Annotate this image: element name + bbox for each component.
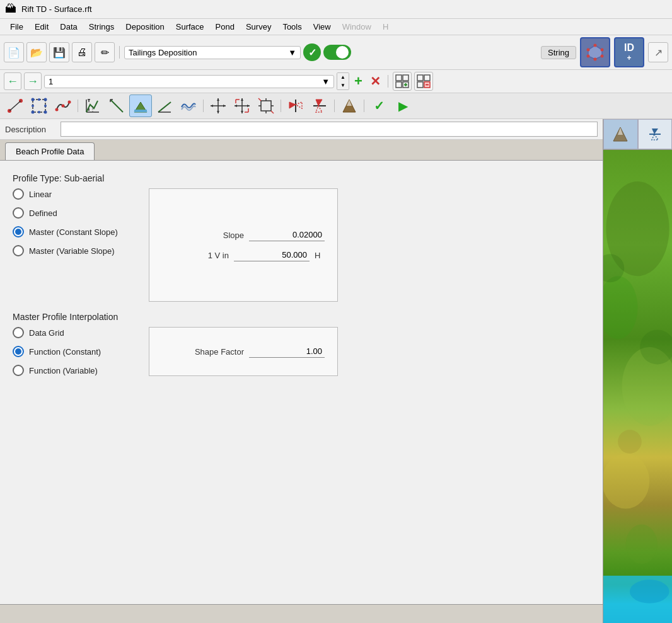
zoom-extent-button[interactable]: [231, 94, 253, 117]
svg-point-26: [38, 98, 40, 101]
svg-point-88: [630, 580, 669, 603]
radio-circle-master-variable: [13, 245, 24, 256]
spin-buttons: ▲ ▼: [337, 72, 349, 90]
slope-tool-button[interactable]: [153, 94, 176, 117]
menu-h[interactable]: H: [378, 20, 393, 33]
tailings-deposition-dropdown[interactable]: Tailings Deposition ▼: [124, 46, 301, 59]
menu-view[interactable]: View: [308, 20, 336, 33]
tab-beach-profile[interactable]: Beach Profile Data: [5, 142, 95, 160]
radio-label-master-variable: Master (Variable Slope): [29, 246, 115, 256]
slope-row: Slope: [162, 229, 325, 241]
cursor-icon-button[interactable]: ↗: [648, 42, 668, 62]
pan-tool-button[interactable]: [207, 94, 229, 117]
flip-h-button[interactable]: [284, 94, 307, 117]
polygon-button[interactable]: [580, 37, 610, 67]
diagonal-tool-button[interactable]: [105, 94, 128, 117]
select-tool-icon: [30, 97, 48, 115]
check-green-button[interactable]: ✓: [303, 43, 321, 61]
radio-data-grid[interactable]: Data Grid: [13, 327, 139, 338]
save-button[interactable]: 💾: [49, 42, 69, 62]
menu-data[interactable]: Data: [55, 20, 82, 33]
radio-linear[interactable]: Linear: [13, 188, 139, 200]
sidebar-flip-button[interactable]: [638, 119, 673, 149]
play-button[interactable]: ▶: [391, 94, 414, 117]
svg-rect-8: [403, 75, 408, 81]
beach-profile-button[interactable]: [129, 94, 152, 117]
radio-label-master-constant: Master (Constant Slope): [29, 227, 118, 237]
chevron-down-icon2: ▼: [322, 77, 330, 86]
wave-tool-button[interactable]: [52, 94, 74, 117]
menu-surface[interactable]: Surface: [171, 20, 209, 33]
radio-circle-linear: [13, 188, 24, 200]
elevation-tool-button[interactable]: [81, 94, 104, 117]
zoom-extent-icon: [233, 97, 251, 115]
toggle-switch[interactable]: [323, 45, 351, 60]
check-icon: ✓: [374, 98, 385, 113]
menu-file[interactable]: File: [5, 20, 28, 33]
shape-factor-row: Shape Factor: [162, 345, 325, 358]
shape-factor-label: Shape Factor: [195, 347, 244, 357]
menu-edit[interactable]: Edit: [30, 20, 54, 33]
spin-down-button[interactable]: ▼: [337, 81, 349, 89]
shape-factor-box: Shape Factor: [149, 327, 338, 376]
play-icon: ▶: [398, 98, 408, 113]
menu-survey[interactable]: Survey: [241, 20, 276, 33]
menu-pond[interactable]: Pond: [211, 20, 240, 33]
forward-arrow-icon: →: [27, 75, 38, 88]
confirm-button[interactable]: ✓: [368, 94, 390, 117]
flip-v-button[interactable]: [308, 94, 331, 117]
id-plus-button[interactable]: ID +: [614, 37, 644, 67]
mountain-tool-button[interactable]: [338, 94, 361, 117]
add-item-button[interactable]: +: [352, 72, 365, 91]
id-label: ID: [624, 42, 634, 54]
radio-master-constant[interactable]: Master (Constant Slope): [13, 226, 139, 237]
menu-bar: File Edit Data Strings Deposition Surfac…: [0, 19, 672, 35]
select-tool-button[interactable]: [28, 94, 50, 117]
zoom-select-button[interactable]: [255, 94, 277, 117]
radio-circle-func-variable: [13, 365, 24, 376]
svg-point-3: [601, 55, 604, 58]
delete-item-button[interactable]: ✕: [368, 72, 383, 90]
edit-button[interactable]: ✏: [95, 42, 115, 62]
string-button[interactable]: String: [541, 46, 576, 59]
nav-forward-button[interactable]: →: [24, 72, 42, 90]
mountain-icon: [611, 125, 630, 144]
new-button[interactable]: 📄: [4, 42, 24, 62]
svg-point-2: [601, 49, 604, 52]
radio-func-constant[interactable]: Function (Constant): [13, 346, 139, 357]
shape-factor-input[interactable]: [249, 345, 325, 358]
flip-h-icon: [287, 97, 304, 115]
svg-rect-43: [134, 110, 147, 112]
grid-remove-button[interactable]: [414, 72, 433, 91]
menu-deposition[interactable]: Deposition: [120, 20, 169, 33]
content-area: Description Beach Profile Data Profile T…: [0, 119, 672, 623]
svg-point-30: [55, 108, 59, 111]
toolbar2: ← → 1 ▼ ▲ ▼ + ✕: [0, 70, 672, 93]
svg-marker-50: [223, 105, 226, 107]
svg-marker-70: [296, 102, 302, 108]
svg-rect-13: [417, 75, 423, 81]
radio-master-variable[interactable]: Master (Variable Slope): [13, 245, 139, 256]
grid-add-button[interactable]: [393, 72, 412, 91]
nav-back-button[interactable]: ←: [4, 72, 21, 90]
interpolation-title: Master Profile Interpolation: [13, 312, 590, 322]
menu-strings[interactable]: Strings: [84, 20, 119, 33]
pan-tool-icon: [209, 97, 227, 115]
description-input[interactable]: [61, 122, 598, 137]
wave2-tool-button[interactable]: [177, 94, 200, 117]
radio-func-variable[interactable]: Function (Variable): [13, 365, 139, 376]
number-combo[interactable]: 1 ▼: [44, 75, 334, 88]
radio-defined[interactable]: Defined: [13, 207, 139, 219]
print-button[interactable]: 🖨: [72, 42, 92, 62]
left-content: Description Beach Profile Data Profile T…: [0, 119, 603, 623]
menu-window[interactable]: Window: [337, 20, 376, 33]
sidebar-mountain-button[interactable]: [603, 119, 638, 149]
open-button[interactable]: 📂: [26, 42, 47, 62]
svg-point-6: [587, 49, 590, 52]
plus-label: +: [627, 54, 631, 62]
spin-up-button[interactable]: ▲: [337, 73, 349, 81]
line-tool-button[interactable]: [4, 94, 26, 117]
ratio-input[interactable]: [234, 249, 310, 261]
slope-input[interactable]: [249, 229, 325, 241]
menu-tools[interactable]: Tools: [277, 20, 306, 33]
